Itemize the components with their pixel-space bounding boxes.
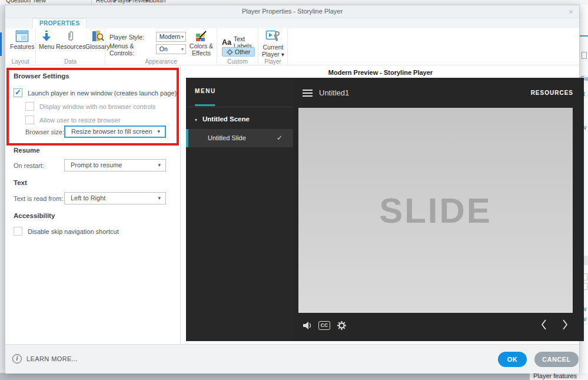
close-icon[interactable]: × <box>569 7 573 16</box>
dialog-title: Player Properties - Storyline Player <box>5 5 579 18</box>
text-read-label: Text is read from: <box>14 195 63 202</box>
player-style-row: Player Style: Modern ▾ <box>109 32 186 42</box>
chevron-down-icon: ▾ <box>158 193 161 204</box>
chevron-down-icon: ▾ <box>181 45 184 54</box>
group-label-layout: Layout <box>5 58 35 65</box>
slide-area: SLIDE <box>298 108 573 313</box>
sidebar-divider <box>186 107 293 107</box>
background-app-left-edge <box>0 5 5 373</box>
ribbon-group-data: Menu Resources <box>36 28 105 65</box>
group-label-data: Data <box>36 58 105 65</box>
on-restart-select[interactable]: Prompt to resume ▾ <box>64 159 166 171</box>
text-read-select[interactable]: Left to Right ▾ <box>64 192 166 204</box>
colors-effects-button[interactable]: Colors & Effects <box>187 30 216 56</box>
preview-title: Modern Preview - Storyline Player <box>182 69 579 76</box>
background-app-tabs: QuestionNewRecordPlayerPreviewPublish <box>0 0 588 5</box>
launch-new-window-label: Launch player in new window (creates lau… <box>28 90 177 97</box>
ribbon-group-player: Current Player ▾ Player <box>258 28 288 65</box>
resize-browser-label: Allow user to resize browser <box>39 117 121 124</box>
check-icon: ✓ <box>277 129 283 147</box>
chevron-down-icon: ▾ <box>195 117 197 123</box>
tab-properties[interactable]: PROPERTIES <box>32 18 87 28</box>
browser-size-label: Browser size: <box>25 128 64 136</box>
colors-effects-icon <box>195 30 208 42</box>
skip-nav-checkbox[interactable] <box>14 227 22 236</box>
chevron-down-icon: ▾ <box>158 160 161 171</box>
ok-button[interactable]: OK <box>498 352 527 367</box>
hamburger-icon[interactable] <box>303 90 313 97</box>
browser-settings-heading: Browser Settings <box>14 72 69 80</box>
features-icon <box>15 30 29 42</box>
menus-controls-label: Menus & Controls: <box>109 42 156 57</box>
ribbon-group-layout: Features Layout <box>5 28 36 65</box>
group-label-player: Player <box>258 58 287 65</box>
menu-icon <box>41 30 52 42</box>
document-icon <box>582 52 587 59</box>
screen: QuestionNewRecordPlayerPreviewPublish Gw… <box>0 0 588 380</box>
aa-glyph: Aa <box>222 38 231 47</box>
no-browser-controls-label: Display window with no browser controls <box>39 103 155 110</box>
menu-tab-underline <box>195 104 215 106</box>
paperclip-icon <box>67 30 75 42</box>
resources-button[interactable]: Resources <box>56 30 85 49</box>
on-restart-label: On restart: <box>14 162 44 169</box>
background-blue-sliver <box>0 32 2 56</box>
player-properties-dialog: Player Properties - Storyline Player × P… <box>5 5 580 373</box>
player-style-select[interactable]: Modern ▾ <box>156 32 186 42</box>
player-preview: MENU ▾ Untitled Scene Untitled Slide ✓ U… <box>186 78 584 341</box>
cancel-button[interactable]: CANCEL <box>534 352 579 367</box>
check-icon: ✓ <box>15 88 21 97</box>
scene-item[interactable]: ▾ Untitled Scene <box>186 114 293 128</box>
slide-placeholder-text: SLIDE <box>379 190 492 231</box>
player-main: Untitled1 RESOURCES SLIDE CC <box>293 78 584 341</box>
menus-controls-row: Menus & Controls: On ▾ <box>109 44 186 54</box>
group-label-custom: Custom <box>217 58 258 65</box>
learn-more-link[interactable]: LEARN MORE... <box>26 345 78 374</box>
background-tab-fragment: Publish <box>145 0 165 4</box>
menu-button[interactable]: Menu <box>39 30 54 49</box>
other-button[interactable]: Other <box>222 47 255 57</box>
chevron-left-icon[interactable] <box>541 319 547 331</box>
background-divider <box>580 35 588 37</box>
ribbon-tab-row: PROPERTIES <box>5 18 579 28</box>
ribbon-content: Features Layout Menu <box>5 28 579 65</box>
dialog-footer: i LEARN MORE... OK CANCEL <box>5 344 579 374</box>
ribbon-group-appearance: Player Style: Modern ▾ Menus & Controls:… <box>105 28 217 65</box>
text-heading: Text <box>14 179 27 186</box>
dialog-titlebar: Player Properties - Storyline Player × <box>5 5 579 18</box>
resources-tab[interactable]: RESOURCES <box>531 90 573 96</box>
group-label-appearance: Appearance <box>105 58 217 65</box>
player-sidebar: MENU ▾ Untitled Scene Untitled Slide ✓ <box>186 78 293 341</box>
background-tab-fragment: Record <box>96 0 116 4</box>
accessibility-heading: Accessibility <box>14 212 55 219</box>
features-button[interactable]: Features <box>10 30 34 49</box>
browser-size-select[interactable]: Resize browser to fill screen ▾ <box>64 125 166 138</box>
resize-browser-checkbox[interactable] <box>25 115 34 124</box>
skip-nav-label: Disable skip navigation shortcut <box>28 228 119 235</box>
menu-tab[interactable]: MENU <box>195 88 216 94</box>
ribbon: PROPERTIES Features Layout <box>5 18 579 65</box>
settings-gear-icon[interactable] <box>337 321 346 330</box>
launch-new-window-checkbox[interactable]: ✓ <box>14 88 22 97</box>
player-controls: CC <box>298 313 573 341</box>
player-style-label: Player Style: <box>109 34 156 41</box>
background-tab-fragment: Question <box>6 0 31 4</box>
current-player-button[interactable]: Current Player ▾ <box>261 29 285 57</box>
no-browser-controls-checkbox[interactable] <box>25 102 34 111</box>
settings-panel: Browser Settings ✓ Launch player in new … <box>5 65 181 344</box>
chevron-down-icon: ▾ <box>181 32 184 41</box>
current-player-icon <box>265 29 281 43</box>
slide-item[interactable]: Untitled Slide ✓ <box>186 129 293 147</box>
background-app-bottom-strip: Player features <box>0 373 588 380</box>
background-tab-fragment: New <box>34 0 46 4</box>
resume-heading: Resume <box>14 147 40 154</box>
volume-icon[interactable] <box>303 321 313 330</box>
info-icon: i <box>12 354 22 364</box>
player-features-label: Player features <box>533 373 577 379</box>
menus-controls-select[interactable]: On ▾ <box>156 44 186 54</box>
ribbon-group-custom: Aa Text Labels Other <box>217 28 258 65</box>
chevron-down-icon: ▾ <box>157 127 160 137</box>
project-title: Untitled1 <box>319 88 349 97</box>
chevron-right-icon[interactable] <box>562 319 568 331</box>
captions-button[interactable]: CC <box>318 321 330 330</box>
